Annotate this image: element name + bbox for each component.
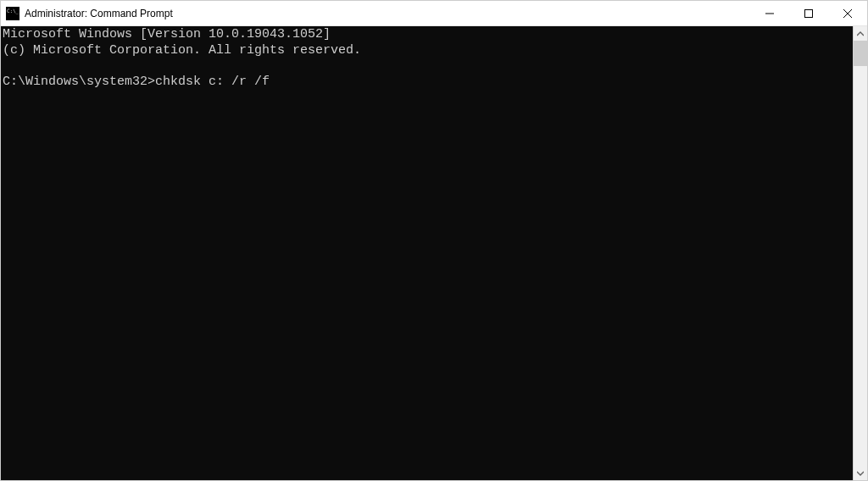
close-button[interactable] xyxy=(828,1,867,25)
output-line: Microsoft Windows [Version 10.0.19043.10… xyxy=(3,27,331,41)
output-line: (c) Microsoft Corporation. All rights re… xyxy=(3,43,361,58)
close-icon xyxy=(843,9,852,18)
scroll-track[interactable] xyxy=(854,41,867,466)
window-title: Administrator: Command Prompt xyxy=(25,8,750,19)
maximize-icon xyxy=(804,9,813,18)
chevron-down-icon xyxy=(857,470,864,477)
terminal-output[interactable]: Microsoft Windows [Version 10.0.19043.10… xyxy=(1,26,853,480)
scroll-down-button[interactable] xyxy=(854,466,867,480)
prompt: C:\Windows\system32> xyxy=(3,75,155,89)
minimize-icon xyxy=(765,9,774,18)
scroll-up-button[interactable] xyxy=(854,26,867,41)
terminal-area: Microsoft Windows [Version 10.0.19043.10… xyxy=(1,26,867,480)
command-input[interactable]: chkdsk c: /r /f xyxy=(155,75,270,89)
vertical-scrollbar[interactable] xyxy=(853,26,867,480)
chevron-up-icon xyxy=(857,30,864,37)
command-prompt-window: Administrator: Command Prompt Microsoft … xyxy=(0,0,868,481)
window-controls xyxy=(750,1,867,25)
scroll-thumb[interactable] xyxy=(854,41,867,66)
titlebar[interactable]: Administrator: Command Prompt xyxy=(1,1,867,26)
minimize-button[interactable] xyxy=(750,1,789,25)
cmd-icon xyxy=(6,7,19,20)
maximize-button[interactable] xyxy=(789,1,828,25)
svg-rect-1 xyxy=(805,9,813,17)
